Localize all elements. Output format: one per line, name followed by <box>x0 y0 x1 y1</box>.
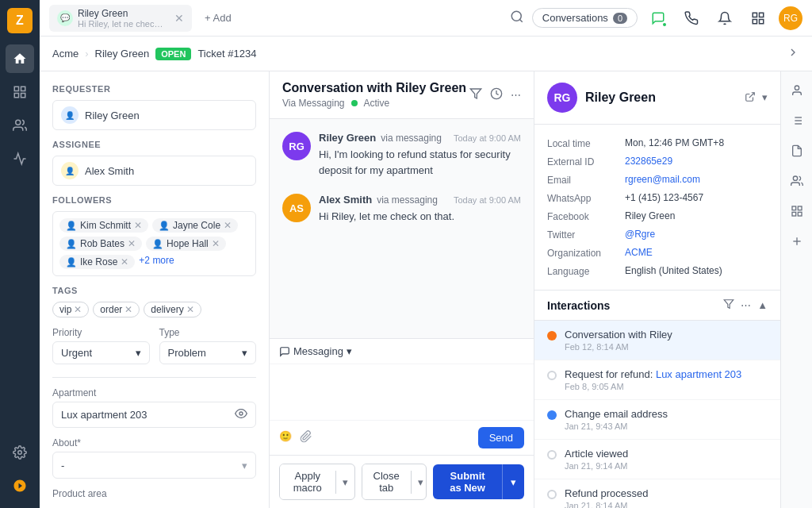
search-button[interactable] <box>510 10 524 26</box>
tag-remove-delivery[interactable]: ✕ <box>186 304 194 315</box>
channel-select[interactable]: Messaging ▾ <box>279 345 352 357</box>
interaction-item[interactable]: Change email address Jan 21, 9:43 AM <box>534 400 780 440</box>
interaction-item[interactable]: Request for refund: Lux apartment 203 Fe… <box>534 360 780 400</box>
tag-order[interactable]: order ✕ <box>93 302 140 318</box>
collapse-icon[interactable]: ▾ <box>762 91 768 105</box>
about-field[interactable]: - ▾ <box>52 452 256 479</box>
tag-remove-vip[interactable]: ✕ <box>74 304 82 315</box>
conversations-button[interactable]: Conversations 0 <box>532 8 638 28</box>
apply-macro-chevron-icon[interactable]: ▾ <box>335 471 354 494</box>
follower-name-kim: Kim Schmitt <box>80 220 131 231</box>
document-icon-button[interactable] <box>784 138 810 164</box>
follower-name-hope: Hope Hall <box>167 238 209 249</box>
phone-icon-button[interactable] <box>679 6 704 31</box>
message-sender-1: Riley Green <box>319 132 376 144</box>
apply-macro-button[interactable]: Apply macro <box>280 464 335 499</box>
chat-icon-button[interactable] <box>645 6 671 31</box>
nav-item-tickets[interactable] <box>6 78 34 106</box>
priority-select[interactable]: Urgent ▾ <box>52 341 150 364</box>
grid-icon-button[interactable] <box>784 198 810 224</box>
breadcrumb-riley[interactable]: Riley Green <box>95 48 150 60</box>
organization-value[interactable]: ACME <box>625 247 768 258</box>
interaction-link-2[interactable]: Lux apartment 203 <box>656 368 741 380</box>
followers-container: 👤 Kim Schmitt ✕ 👤 Jayne Cole ✕ 👤 Rob Bat… <box>52 211 256 276</box>
follower-remove-kim[interactable]: ✕ <box>134 220 142 231</box>
interactions-more-icon[interactable]: ⋯ <box>741 299 751 311</box>
user-avatar-button[interactable]: RG <box>779 6 802 30</box>
submit-button[interactable]: Submit as New <box>433 464 502 499</box>
svg-rect-11 <box>760 19 764 23</box>
interaction-item[interactable]: Article viewed Jan 21, 9:14 AM <box>534 440 780 479</box>
apply-macro-group: Apply macro ▾ <box>279 464 355 500</box>
profile-icon-button[interactable] <box>784 78 810 103</box>
app-logo[interactable]: Z <box>7 8 33 33</box>
apartment-view-icon[interactable] <box>235 407 247 422</box>
email-value[interactable]: rgreen@mail.com <box>625 174 768 185</box>
contact-name: Riley Green <box>585 90 656 105</box>
follower-tag-hope[interactable]: 👤 Hope Hall ✕ <box>146 237 226 251</box>
follower-tag-jayne[interactable]: 👤 Jayne Cole ✕ <box>152 218 238 233</box>
attachment-icon[interactable] <box>300 430 312 445</box>
apps-icon-button[interactable] <box>745 6 771 31</box>
info-row-language: Language English (United States) <box>547 262 768 280</box>
nav-item-users[interactable] <box>6 111 34 140</box>
assignee-field[interactable]: 👤 Alex Smith <box>52 156 256 186</box>
interactions-filter-icon[interactable] <box>723 298 734 312</box>
follower-remove-hope[interactable]: ✕ <box>212 238 220 249</box>
filter-icon[interactable] <box>469 87 482 102</box>
follower-tag-kim[interactable]: 👤 Kim Schmitt ✕ <box>59 218 148 233</box>
interaction-title-5: Refund processed <box>565 487 768 499</box>
twitter-value[interactable]: @Rgre <box>625 229 768 240</box>
info-row-twitter: Twitter @Rgre <box>547 225 768 244</box>
apartment-field[interactable]: Lux apartment 203 <box>52 402 256 428</box>
breadcrumb-expand-icon[interactable] <box>787 46 799 61</box>
breadcrumb-acme[interactable]: Acme <box>52 48 79 60</box>
close-tab-button[interactable]: Close tab <box>362 464 411 499</box>
tab-close-icon[interactable]: ✕ <box>174 12 184 25</box>
nav-item-home[interactable] <box>6 44 34 73</box>
emoji-icon[interactable]: 🙂 <box>279 430 292 445</box>
follower-remove-ike[interactable]: ✕ <box>121 256 128 267</box>
nav-item-settings[interactable] <box>6 438 34 467</box>
send-button[interactable]: Send <box>478 427 524 448</box>
interaction-title-4: Article viewed <box>565 448 768 460</box>
requester-field[interactable]: 👤 Riley Green <box>52 100 256 130</box>
interaction-item[interactable]: Conversation with Riley Feb 12, 8:14 AM <box>534 321 780 360</box>
history-icon[interactable] <box>490 87 503 102</box>
more-followers-link[interactable]: +2 more <box>139 255 174 269</box>
info-row-organization: Organization ACME <box>547 244 768 262</box>
active-tab[interactable]: 💬 Riley Green Hi Riley, let ne check ...… <box>49 5 192 32</box>
tag-vip[interactable]: vip ✕ <box>52 302 89 318</box>
interactions-collapse-icon[interactable]: ▲ <box>757 299 768 311</box>
external-id-value[interactable]: 232865e29 <box>625 156 768 167</box>
more-options-icon[interactable]: ⋯ <box>511 89 521 101</box>
breadcrumb-ticket[interactable]: Ticket #1234 <box>197 48 256 60</box>
nav-item-zendesk[interactable] <box>6 471 34 500</box>
follower-remove-rob[interactable]: ✕ <box>128 238 136 249</box>
close-tab-chevron-icon[interactable]: ▾ <box>411 471 427 494</box>
contact-actions: ▾ <box>745 91 768 105</box>
nav-item-reporting[interactable] <box>6 144 34 173</box>
bell-icon-button[interactable] <box>712 6 737 31</box>
add-icon-button[interactable] <box>784 229 810 254</box>
svg-point-4 <box>16 120 21 125</box>
tag-remove-order[interactable]: ✕ <box>124 304 132 315</box>
info-row-external-id: External ID 232865e29 <box>547 152 768 171</box>
external-link-icon[interactable] <box>745 91 756 105</box>
follower-tag-ike[interactable]: 👤 Ike Rose ✕ <box>59 255 135 269</box>
users-icon-button[interactable] <box>784 168 810 194</box>
assignee-avatar: 👤 <box>61 162 79 179</box>
compose-input[interactable] <box>270 364 534 420</box>
follower-remove-jayne[interactable]: ✕ <box>224 220 232 231</box>
interaction-item[interactable]: Refund processed Jan 21, 8:14 AM <box>534 479 780 508</box>
submit-dropdown-icon[interactable]: ▾ <box>502 464 524 499</box>
svg-rect-25 <box>792 206 796 210</box>
tag-delivery[interactable]: delivery ✕ <box>144 302 201 318</box>
add-tab-button[interactable]: + Add <box>198 9 238 27</box>
contact-header: RG Riley Green ▾ <box>534 71 780 125</box>
follower-tag-rob[interactable]: 👤 Rob Bates ✕ <box>59 237 142 251</box>
interaction-body-3: Change email address Jan 21, 9:43 AM <box>565 408 768 431</box>
list-icon-button[interactable] <box>784 108 810 133</box>
language-label: Language <box>547 265 619 277</box>
type-select[interactable]: Problem ▾ <box>159 341 257 364</box>
